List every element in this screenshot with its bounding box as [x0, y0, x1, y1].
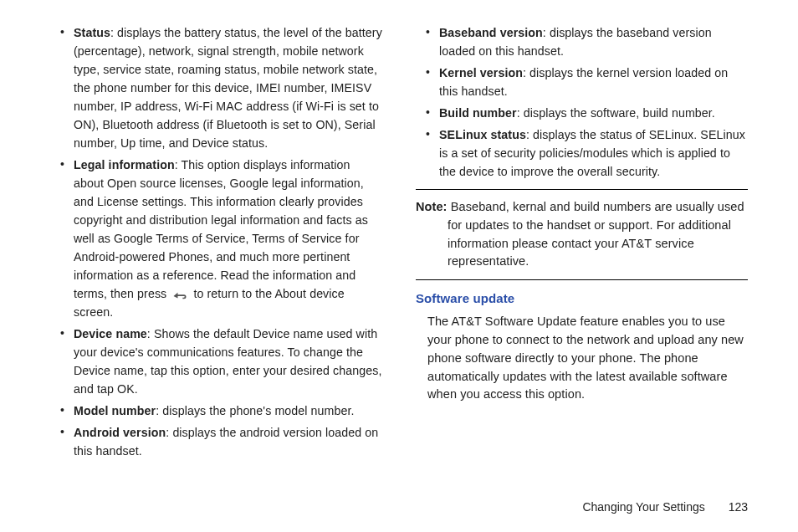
page-footer: Changing Your Settings 123 — [582, 500, 748, 514]
term-android: Android version — [74, 426, 166, 439]
desc: : displays the software, build number. — [517, 106, 715, 120]
software-update-heading: Software update — [416, 289, 748, 308]
list-item: Build number: displays the software, bui… — [416, 104, 748, 122]
list-item: Model number: displays the phone's model… — [50, 402, 382, 420]
left-column: Status: displays the battery status, the… — [50, 23, 382, 463]
left-bullet-list: Status: displays the battery status, the… — [50, 23, 382, 460]
list-item: SELinux status: displays the status of S… — [416, 125, 748, 181]
term-status: Status — [74, 26, 110, 39]
list-item: Kernel version: displays the kernel vers… — [416, 64, 748, 100]
footer-section: Changing Your Settings — [582, 500, 704, 514]
term-kernel: Kernel version — [439, 66, 523, 79]
list-item: Status: displays the battery status, the… — [50, 23, 382, 152]
desc: : displays the phone's model number. — [156, 404, 354, 417]
divider — [416, 279, 748, 280]
desc: : displays the battery status, the level… — [74, 26, 382, 150]
note-label: Note: — [416, 200, 448, 213]
term-build: Build number — [439, 106, 517, 120]
list-item: Android version: displays the android ve… — [50, 423, 382, 460]
divider — [416, 189, 748, 190]
back-icon — [171, 289, 188, 300]
list-item: Legal information: This option displays … — [50, 156, 382, 321]
right-bullet-list: Baseband version: displays the baseband … — [416, 23, 748, 181]
term-legal: Legal information — [74, 158, 175, 171]
footer-page-number: 123 — [729, 500, 748, 514]
term-selinux: SELinux status — [439, 128, 526, 141]
right-column: Baseband version: displays the baseband … — [416, 23, 748, 463]
list-item: Baseband version: displays the baseband … — [416, 23, 748, 60]
term-model: Model number — [74, 404, 156, 417]
note-block: Note: Baseband, kernal and build numbers… — [416, 198, 748, 271]
term-device-name: Device name — [74, 327, 147, 340]
desc-before: : This option displays information about… — [74, 158, 368, 300]
term-baseband: Baseband version — [439, 26, 543, 39]
software-update-para: The AT&T Software Update feature enables… — [416, 313, 748, 404]
page-content: Status: displays the battery status, the… — [0, 0, 798, 463]
note-text: Baseband, kernal and build numbers are u… — [448, 200, 744, 268]
list-item: Device name: Shows the default Device na… — [50, 325, 382, 398]
